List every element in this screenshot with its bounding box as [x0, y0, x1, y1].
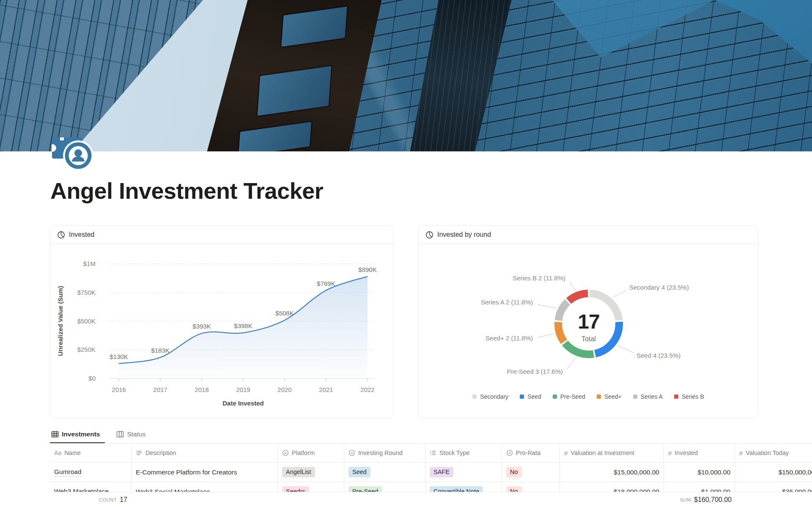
- chart-card-invested-header[interactable]: Invested: [50, 226, 393, 244]
- legend-item[interactable]: Pre-Seed: [553, 393, 585, 400]
- text-property-icon: [136, 449, 143, 456]
- column-header-investing-round[interactable]: Investing Round: [344, 444, 425, 462]
- legend-item[interactable]: Series B: [674, 393, 704, 400]
- legend-item[interactable]: Seed+: [597, 393, 622, 400]
- svg-text:2017: 2017: [153, 386, 167, 393]
- chart-title: Invested by round: [437, 231, 491, 238]
- donut-label: Seed+ 2 (11.8%): [486, 334, 533, 342]
- cell-pro-rata[interactable]: No: [502, 463, 560, 482]
- tab-investments[interactable]: Investments: [50, 430, 105, 443]
- column-header-pro-rata[interactable]: Pro-Rata: [502, 444, 560, 462]
- legend-swatch: [597, 395, 601, 399]
- svg-text:$183K: $183K: [151, 347, 169, 354]
- legend-label: Pre-Seed: [560, 393, 585, 400]
- column-header-invested[interactable]: #Invested: [664, 444, 735, 462]
- board-view-icon: [116, 430, 124, 438]
- column-header-valuation-today[interactable]: #Valuation Today: [735, 444, 812, 462]
- table-row: GumroadE-Commerce Platform for CreatorsA…: [50, 463, 812, 482]
- column-header-platform[interactable]: Platform: [278, 444, 344, 462]
- cell-invested[interactable]: $10,000.00: [664, 463, 735, 482]
- svg-text:$500K: $500K: [77, 318, 96, 325]
- svg-text:2019: 2019: [236, 386, 250, 393]
- svg-text:Date Invested: Date Invested: [222, 400, 264, 407]
- legend-label: Seed: [527, 393, 541, 400]
- donut-total-value: 17: [578, 310, 599, 333]
- legend-label: Series A: [641, 393, 663, 400]
- donut-label: Seed 4 (23.5%): [636, 352, 680, 359]
- svg-text:2021: 2021: [319, 386, 333, 393]
- page-icon[interactable]: [52, 134, 95, 169]
- column-header-stock-type[interactable]: Stock Type: [425, 444, 502, 462]
- tag-safe: SAFE: [430, 467, 453, 477]
- svg-text:$890K: $890K: [358, 266, 376, 273]
- donut-label: Pre-Seed 3 (17.6%): [507, 368, 563, 375]
- cell-description[interactable]: E-Commerce Platform for Creators: [132, 463, 278, 482]
- column-header-label: Valuation Today: [746, 449, 789, 456]
- column-header-valuation-at-investment[interactable]: #Valuation at Investment: [560, 444, 664, 462]
- number-property-icon: #: [564, 449, 568, 457]
- legend-label: Series B: [682, 393, 704, 400]
- svg-text:2022: 2022: [360, 386, 374, 393]
- donut-label: Secondary 4 (23.5%): [629, 284, 689, 291]
- svg-text:$769K: $769K: [317, 280, 335, 287]
- sum-value: $160,700.00: [694, 496, 732, 504]
- pie-chart-icon: [425, 231, 433, 239]
- tab-label: Investments: [62, 430, 100, 438]
- notion-page: Angel Investment Tracker Invested $0$250…: [0, 0, 812, 507]
- line-chart-area: $0$250K$500K$750K$1M20162017201820192020…: [50, 244, 393, 418]
- column-header-label: Platform: [292, 449, 315, 456]
- column-header-label: Pro-Rata: [516, 449, 540, 456]
- database-view: Investments Status AaNameDescriptionPlat…: [50, 425, 812, 507]
- donut-label: Series B 2 (11.8%): [513, 274, 565, 282]
- tag-angellist: AngelList: [282, 467, 315, 477]
- cell-platform[interactable]: AngelList: [278, 463, 344, 482]
- page-title[interactable]: Angel Investment Tracker: [50, 178, 558, 204]
- legend-swatch: [633, 395, 637, 399]
- investor-money-icon: [52, 134, 95, 169]
- select-property-icon: [348, 449, 355, 456]
- tab-label: Status: [127, 430, 145, 438]
- column-header-label: Investing Round: [358, 449, 403, 456]
- number-property-icon: #: [739, 449, 743, 457]
- number-property-icon: #: [668, 449, 672, 457]
- title-property-icon: Aa: [54, 449, 61, 456]
- cover-image[interactable]: [0, 0, 812, 151]
- chart-card-invested-by-round: Invested by round 17 Total SecondarySeed…: [418, 225, 758, 418]
- cell-stock-type[interactable]: SAFE: [425, 463, 502, 482]
- column-header-name[interactable]: AaName: [50, 444, 132, 462]
- view-tabs: Investments Status: [50, 425, 812, 443]
- column-header-label: Description: [145, 449, 176, 456]
- sum-aggregate[interactable]: SUM $160,700.00: [50, 492, 732, 507]
- legend-item[interactable]: Seed: [520, 393, 541, 400]
- column-header-label: Valuation at Investment: [571, 449, 634, 456]
- svg-text:$750K: $750K: [77, 289, 96, 296]
- column-header-label: Stock Type: [439, 449, 469, 456]
- chart-card-by-round-header[interactable]: Invested by round: [419, 226, 758, 244]
- svg-text:$398K: $398K: [234, 322, 252, 329]
- pie-chart-icon: [57, 231, 65, 239]
- cell-name[interactable]: Gumroad: [50, 463, 132, 482]
- legend-label: Seed+: [604, 393, 622, 400]
- legend-swatch: [553, 395, 557, 399]
- legend-item[interactable]: Secondary: [472, 393, 508, 400]
- table-header-row: AaNameDescriptionPlatformInvesting Round…: [50, 443, 812, 463]
- legend-label: Secondary: [480, 393, 508, 400]
- cell-valuation-today[interactable]: $150,000,000.00: [735, 463, 812, 482]
- column-header-description[interactable]: Description: [132, 444, 278, 462]
- column-header-label: Name: [64, 449, 81, 456]
- legend-item[interactable]: Series A: [633, 393, 663, 400]
- svg-text:2016: 2016: [112, 386, 126, 393]
- svg-text:$250K: $250K: [77, 346, 96, 353]
- donut-legend: SecondarySeedPre-SeedSeed+Series ASeries…: [419, 393, 758, 400]
- donut-total-label: Total: [582, 335, 596, 343]
- sum-label: SUM: [680, 497, 691, 502]
- cell-valuation-at-investment[interactable]: $15,000,000.00: [560, 463, 664, 482]
- column-header-label: Invested: [675, 449, 698, 456]
- svg-text:$0: $0: [88, 375, 96, 382]
- select-property-icon: [506, 449, 513, 456]
- tab-status[interactable]: Status: [115, 430, 151, 443]
- legend-swatch: [674, 395, 678, 399]
- chart-title: Invested: [69, 231, 94, 238]
- table-footer: COUNT 17 SUM $160,700.00: [50, 492, 812, 507]
- cell-investing-round[interactable]: Seed: [344, 463, 425, 482]
